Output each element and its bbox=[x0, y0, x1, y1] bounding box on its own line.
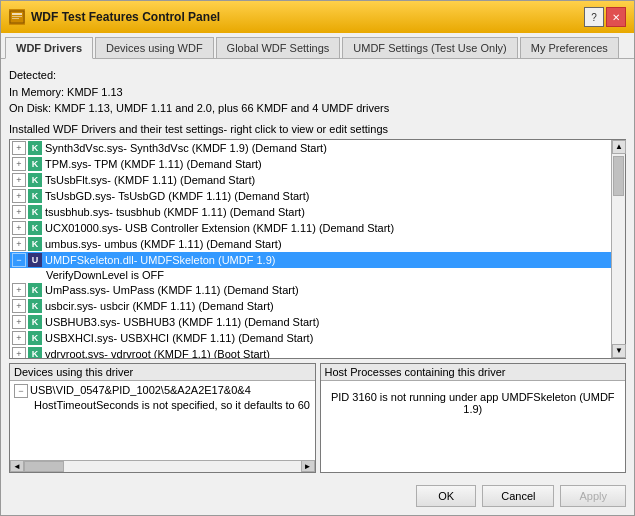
main-window: WDF Test Features Control Panel ? ✕ WDF … bbox=[0, 0, 635, 516]
driver-text: Synth3dVsc.sys- Synth3dVsc (KMDF 1.9) (D… bbox=[45, 142, 327, 154]
host-processes-header: Host Processes containing this driver bbox=[321, 364, 626, 381]
driver-list: + K Synth3dVsc.sys- Synth3dVsc (KMDF 1.9… bbox=[10, 140, 611, 358]
tab-my-preferences[interactable]: My Preferences bbox=[520, 37, 619, 58]
cancel-button[interactable]: Cancel bbox=[482, 485, 554, 507]
device-panel-scrollbar: ◄ ► bbox=[10, 460, 315, 472]
driver-row[interactable]: + K UCX01000.sys- USB Controller Extensi… bbox=[10, 220, 611, 236]
expand-icon[interactable]: − bbox=[12, 253, 26, 267]
help-button[interactable]: ? bbox=[584, 7, 604, 27]
driver-text: vdrvroot.sys- vdrvroot (KMDF 1.1) (Boot … bbox=[45, 348, 270, 358]
driver-badge-k: K bbox=[28, 283, 42, 297]
driver-badge-u: U bbox=[28, 253, 42, 267]
driver-badge-k: K bbox=[28, 141, 42, 155]
detected-info: Detected: In Memory: KMDF 1.13 On Disk: … bbox=[9, 67, 626, 117]
expand-icon[interactable]: + bbox=[12, 141, 26, 155]
device-tree-item[interactable]: − USB\VID_0547&PID_1002\5&A2A2E17&0&4 bbox=[14, 383, 311, 399]
device-expand-icon[interactable]: − bbox=[14, 384, 28, 398]
driver-text: TsUsbFlt.sys- (KMDF 1.11) (Demand Start) bbox=[45, 174, 255, 186]
expand-icon[interactable]: + bbox=[12, 331, 26, 345]
driver-text: VerifyDownLevel is OFF bbox=[46, 269, 164, 281]
expand-icon[interactable]: + bbox=[12, 173, 26, 187]
scroll-left-button[interactable]: ◄ bbox=[10, 460, 24, 472]
main-content: Detected: In Memory: KMDF 1.13 On Disk: … bbox=[1, 59, 634, 477]
scroll-thumb[interactable] bbox=[613, 156, 624, 196]
tab-wdf-drivers[interactable]: WDF Drivers bbox=[5, 37, 93, 59]
driver-row[interactable]: + K umbus.sys- umbus (KMDF 1.11) (Demand… bbox=[10, 236, 611, 252]
driver-row[interactable]: + K TsUsbFlt.sys- (KMDF 1.11) (Demand St… bbox=[10, 172, 611, 188]
tab-devices-wdf[interactable]: Devices using WDF bbox=[95, 37, 214, 58]
driver-row[interactable]: + K TsUsbGD.sys- TsUsbGD (KMDF 1.11) (De… bbox=[10, 188, 611, 204]
expand-icon[interactable]: + bbox=[12, 157, 26, 171]
tab-global-wdf[interactable]: Global WDF Settings bbox=[216, 37, 341, 58]
driver-text: UMDFSkeleton.dll- UMDFSkeleton (UMDF 1.9… bbox=[45, 254, 275, 266]
driver-row-selected[interactable]: − U UMDFSkeleton.dll- UMDFSkeleton (UMDF… bbox=[10, 252, 611, 268]
devices-panel: Devices using this driver − USB\VID_0547… bbox=[9, 363, 316, 473]
expand-icon[interactable]: + bbox=[12, 189, 26, 203]
ok-button[interactable]: OK bbox=[416, 485, 476, 507]
device-path: USB\VID_0547&PID_1002\5&A2A2E17&0&4 bbox=[30, 384, 251, 396]
svg-rect-1 bbox=[12, 13, 22, 15]
driver-text: usbcir.sys- usbcir (KMDF 1.11) (Demand S… bbox=[45, 300, 274, 312]
driver-row[interactable]: + K UmPass.sys- UmPass (KMDF 1.11) (Dema… bbox=[10, 282, 611, 298]
driver-text: USBHUB3.sys- USBHUB3 (KMDF 1.11) (Demand… bbox=[45, 316, 319, 328]
driver-row[interactable]: + K TPM.sys- TPM (KMDF 1.11) (Demand Sta… bbox=[10, 156, 611, 172]
scroll-up-button[interactable]: ▲ bbox=[612, 140, 626, 154]
driver-badge-k: K bbox=[28, 157, 42, 171]
driver-row[interactable]: + K USBHUB3.sys- USBHUB3 (KMDF 1.11) (De… bbox=[10, 314, 611, 330]
scroll-down-button[interactable]: ▼ bbox=[612, 344, 626, 358]
title-bar: WDF Test Features Control Panel ? ✕ bbox=[1, 1, 634, 33]
driver-badge-k: K bbox=[28, 347, 42, 358]
window-icon bbox=[9, 9, 25, 25]
driver-text: TsUsbGD.sys- TsUsbGD (KMDF 1.11) (Demand… bbox=[45, 190, 309, 202]
driver-text: UCX01000.sys- USB Controller Extension (… bbox=[45, 222, 394, 234]
driver-row[interactable]: + K Synth3dVsc.sys- Synth3dVsc (KMDF 1.9… bbox=[10, 140, 611, 156]
vertical-scrollbar[interactable]: ▲ ▼ bbox=[611, 140, 625, 358]
svg-rect-3 bbox=[12, 18, 19, 19]
host-processes-panel: Host Processes containing this driver PI… bbox=[320, 363, 627, 473]
scrollbar-thumb[interactable] bbox=[24, 461, 64, 472]
host-processes-content: PID 3160 is not running under app UMDFSk… bbox=[321, 381, 626, 472]
driver-badge-k: K bbox=[28, 315, 42, 329]
expand-icon[interactable]: + bbox=[12, 299, 26, 313]
expand-icon[interactable]: + bbox=[12, 237, 26, 251]
title-bar-left: WDF Test Features Control Panel bbox=[9, 9, 220, 25]
in-memory-text: In Memory: KMDF 1.13 bbox=[9, 84, 626, 101]
tab-bar: WDF Drivers Devices using WDF Global WDF… bbox=[1, 33, 634, 59]
driver-text: USBXHCI.sys- USBXHCI (KMDF 1.11) (Demand… bbox=[45, 332, 313, 344]
driver-badge-k: K bbox=[28, 205, 42, 219]
expand-icon[interactable]: + bbox=[12, 205, 26, 219]
driver-row[interactable]: + K vdrvroot.sys- vdrvroot (KMDF 1.1) (B… bbox=[10, 346, 611, 358]
expand-icon[interactable]: + bbox=[12, 315, 26, 329]
title-buttons: ? ✕ bbox=[584, 7, 626, 27]
tab-umdf-settings[interactable]: UMDF Settings (Test Use Only) bbox=[342, 37, 517, 58]
expand-icon[interactable]: + bbox=[12, 347, 26, 358]
apply-button[interactable]: Apply bbox=[560, 485, 626, 507]
driver-badge-k: K bbox=[28, 331, 42, 345]
driver-badge-k: K bbox=[28, 189, 42, 203]
host-process-text: PID 3160 is not running under app UMDFSk… bbox=[325, 383, 622, 415]
detected-label: Detected: bbox=[9, 67, 626, 84]
devices-panel-header: Devices using this driver bbox=[10, 364, 315, 381]
driver-row[interactable]: + K USBXHCI.sys- USBXHCI (KMDF 1.11) (De… bbox=[10, 330, 611, 346]
svg-rect-2 bbox=[12, 16, 22, 17]
bottom-panels: Devices using this driver − USB\VID_0547… bbox=[9, 363, 626, 473]
devices-panel-content: − USB\VID_0547&PID_1002\5&A2A2E17&0&4 Ho… bbox=[10, 381, 315, 460]
scroll-right-button[interactable]: ► bbox=[301, 460, 315, 472]
driver-text: umbus.sys- umbus (KMDF 1.11) (Demand Sta… bbox=[45, 238, 282, 250]
driver-badge-k: K bbox=[28, 173, 42, 187]
driver-badge-k: K bbox=[28, 299, 42, 313]
scroll-track[interactable] bbox=[612, 154, 625, 344]
driver-list-container[interactable]: + K Synth3dVsc.sys- Synth3dVsc (KMDF 1.9… bbox=[9, 139, 626, 359]
close-button[interactable]: ✕ bbox=[606, 7, 626, 27]
driver-text: tsusbhub.sys- tsusbhub (KMDF 1.11) (Dema… bbox=[45, 206, 305, 218]
driver-text: UmPass.sys- UmPass (KMDF 1.11) (Demand S… bbox=[45, 284, 299, 296]
driver-badge-k: K bbox=[28, 237, 42, 251]
on-disk-text: On Disk: KMDF 1.13, UMDF 1.11 and 2.0, p… bbox=[9, 100, 626, 117]
expand-icon[interactable]: + bbox=[12, 221, 26, 235]
driver-row[interactable]: + K usbcir.sys- usbcir (KMDF 1.11) (Dema… bbox=[10, 298, 611, 314]
expand-icon[interactable]: + bbox=[12, 283, 26, 297]
driver-row-subitem[interactable]: VerifyDownLevel is OFF bbox=[10, 268, 611, 282]
driver-row[interactable]: + K tsusbhub.sys- tsusbhub (KMDF 1.11) (… bbox=[10, 204, 611, 220]
window-title: WDF Test Features Control Panel bbox=[31, 10, 220, 24]
scrollbar-track[interactable] bbox=[24, 461, 301, 472]
